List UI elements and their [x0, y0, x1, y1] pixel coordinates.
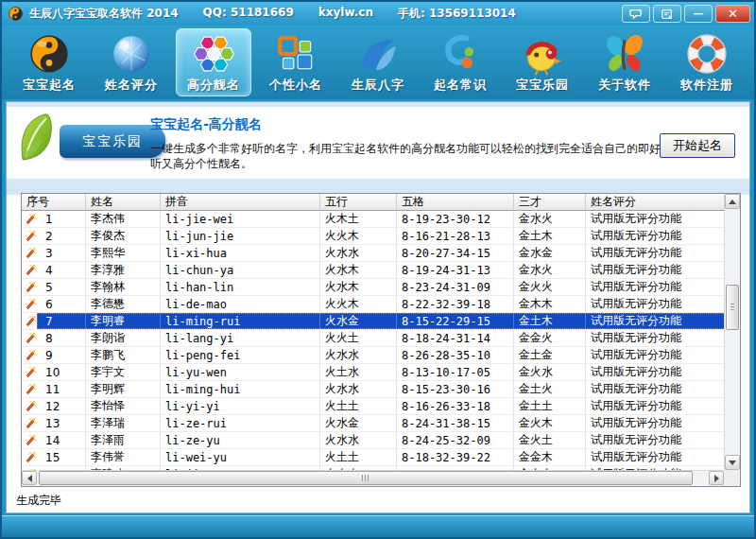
close-button[interactable]: ✕ [715, 5, 750, 23]
scroll-left-button[interactable] [22, 471, 37, 485]
table-row[interactable]: 14李泽雨li-ze-yu火水水8-24-25-32-09金火土试用版无评分功能 [22, 432, 724, 449]
vertical-scroll-track[interactable] [725, 209, 740, 455]
cell-wuge: 8-18-32-39-22 [397, 449, 514, 465]
cell-pinyin: li-yu-wen [161, 364, 320, 380]
cell-score: 试用版无评分功能 [586, 245, 726, 261]
cell-score: 试用版无评分功能 [586, 415, 726, 431]
app-title: 生辰八字宝宝取名软件 2014 [29, 6, 179, 22]
cell-wuxing: 火木土 [320, 211, 397, 227]
vertical-scroll-thumb[interactable] [726, 285, 739, 330]
app-logo: 宝宝乐园 [14, 109, 165, 175]
column-header-4[interactable]: 五行 [320, 194, 397, 211]
table-row[interactable]: 12李怡怿li-yi-yi火土土8-16-26-33-18金土土试用版无评分功能 [22, 398, 724, 415]
cell-score: 试用版无评分功能 [586, 330, 726, 346]
status-text: 生成完毕 [16, 493, 61, 509]
column-header-6[interactable]: 三才 [514, 194, 586, 211]
toolbar-item-qiming-changshi[interactable]: 起名常识 [422, 28, 498, 96]
cell-wuge: 8-19-23-30-12 [397, 211, 514, 227]
wand-icon [22, 211, 37, 227]
table-row[interactable]: 4李淳雅li-chun-ya火水木8-19-24-31-13金水火试用版无评分功… [22, 262, 724, 279]
row-main: 6李德懋li-de-mao火火木8-22-32-39-18金木木试用版无评分功能 [37, 296, 726, 312]
table-row[interactable]: 2李俊杰li-jun-jie火火木8-16-21-28-13金土木试用版无评分功… [22, 228, 724, 245]
row-main: 9李鹏飞li-peng-fei火水水8-26-28-35-10金土金试用版无评分… [37, 347, 726, 363]
cell-pinyin: li-chun-ya [161, 262, 320, 278]
horizontal-scroll-thumb[interactable] [39, 471, 693, 485]
cell-sancai: 金土金 [514, 347, 586, 363]
table-row[interactable]: 3李熙华li-xi-hua火水水8-20-27-34-15金水金试用版无评分功能 [22, 245, 724, 262]
minimize-button[interactable]: — [684, 5, 713, 23]
note-icon [661, 9, 674, 20]
column-header-3[interactable]: 拼音 [161, 194, 320, 211]
wand-icon [22, 228, 37, 244]
row-main: 12李怡怿li-yi-yi火土土8-16-26-33-18金土土试用版无评分功能 [37, 398, 726, 414]
toolbar-item-label: 起名常识 [434, 77, 487, 94]
row-main: 14李泽雨li-ze-yu火水水8-24-25-32-09金火土试用版无评分功能 [37, 432, 726, 448]
toolbar-item-baobao-qiming[interactable]: 宝宝起名 [11, 28, 87, 96]
feedback-button[interactable] [653, 5, 681, 23]
wand-icon [22, 347, 37, 363]
arrow-down-icon [729, 461, 736, 465]
swoosh-icon [356, 32, 400, 76]
toolbar-item-gaofen-liangming[interactable]: 高分靓名 [176, 28, 251, 96]
scroll-up-button[interactable] [725, 194, 740, 209]
horizontal-scroll-track[interactable] [37, 471, 709, 486]
toolbar-item-ruanjian-zhuce[interactable]: 软件注册 [669, 28, 745, 96]
cell-wuge: 8-15-23-30-16 [397, 381, 514, 397]
toolbar: 宝宝起名姓名评分高分靓名个性小名生辰八字起名常识宝宝乐园关于软件软件注册 [2, 26, 754, 99]
cell-num: 13 [37, 415, 86, 431]
table-row[interactable]: 11李明辉li-ming-hui火水水8-15-23-30-16金土火试用版无评… [22, 381, 724, 398]
arrow-left-icon [27, 475, 32, 482]
toolbar-item-guanyu-ruanjian[interactable]: 关于软件 [587, 28, 662, 96]
arrow-up-icon [729, 200, 736, 204]
cell-pinyin: li-jun-jie [161, 228, 320, 244]
table-row-selected[interactable]: 7李明睿li-ming-rui火水金8-15-22-29-15金土木试用版无评分… [22, 313, 724, 330]
cell-pinyin: li-peng-fei [161, 347, 320, 363]
table-row[interactable]: 8李朗诣li-lang-yi火火土8-18-24-31-14金金火试用版无评分功… [22, 330, 724, 347]
cell-sancai: 金水火 [514, 262, 586, 278]
table-row[interactable]: 10李宇文li-yu-wen火土水8-13-10-17-05金火水试用版无评分功… [22, 364, 724, 381]
chat-button[interactable] [622, 5, 650, 23]
toolbar-item-baobao-leyuan[interactable]: 宝宝乐园 [505, 28, 580, 96]
toolbar-item-label: 宝宝乐园 [516, 77, 569, 94]
column-header-1[interactable]: 序号 [22, 194, 86, 211]
scroll-right-button[interactable] [709, 471, 724, 485]
table-row[interactable]: 1李杰伟li-jie-wei火木土8-19-23-30-12金水火试用版无评分功… [22, 211, 724, 228]
cell-score: 试用版无评分功能 [586, 296, 726, 312]
cell-name: 李鹏飞 [86, 347, 161, 363]
row-main: 3李熙华li-xi-hua火水水8-20-27-34-15金水金试用版无评分功能 [37, 245, 726, 261]
row-main: 1李杰伟li-jie-wei火木土8-19-23-30-12金水火试用版无评分功… [37, 211, 726, 227]
toolbar-item-xingming-pingfen[interactable]: 姓名评分 [94, 28, 169, 96]
cell-score: 试用版无评分功能 [586, 313, 726, 329]
column-header-5[interactable]: 五格 [397, 194, 514, 211]
horizontal-scrollbar[interactable] [22, 470, 724, 486]
table-row[interactable]: 9李鹏飞li-peng-fei火水水8-26-28-35-10金土金试用版无评分… [22, 347, 724, 364]
cell-score: 试用版无评分功能 [586, 211, 726, 227]
cell-name: 李怡怿 [86, 398, 161, 414]
scrollbar-corner [724, 470, 740, 486]
table-row[interactable]: 5李翰林li-han-lin火水木8-23-24-31-09金火火试用版无评分功… [22, 279, 724, 296]
start-naming-button[interactable]: 开始起名 [660, 133, 735, 158]
scroll-down-button[interactable] [725, 455, 740, 470]
cell-score: 试用版无评分功能 [586, 432, 726, 448]
cell-name: 李德懋 [86, 296, 161, 312]
table-row[interactable]: 15李伟誉li-wei-yu火土土8-18-32-39-22金金木试用版无评分功… [22, 449, 724, 466]
vertical-scrollbar[interactable] [724, 194, 740, 470]
toolbar-item-label: 姓名评分 [105, 77, 158, 94]
toolbar-item-label: 软件注册 [680, 77, 733, 94]
app-qq: QQ: 51181669 [203, 6, 294, 22]
toolbar-item-gexing-xiaoming[interactable]: 个性小名 [258, 28, 334, 96]
table-row[interactable]: 13李泽瑞li-ze-rui火水金8-24-31-38-15金火木试用版无评分功… [22, 415, 724, 432]
cell-num: 15 [37, 449, 86, 465]
toolbar-item-shengchen-bazi[interactable]: 生辰八字 [340, 28, 416, 96]
hexflower-icon [192, 32, 235, 76]
cell-pinyin: li-han-lin [161, 279, 320, 295]
cell-pinyin: li-ze-yu [161, 432, 320, 448]
cell-sancai: 金土火 [514, 381, 586, 397]
cell-num: 8 [37, 330, 86, 346]
cell-wuge: 8-24-25-32-09 [397, 432, 514, 448]
column-header-7[interactable]: 姓名评分 [586, 194, 724, 211]
table-row[interactable]: 6李德懋li-de-mao火火木8-22-32-39-18金木木试用版无评分功能 [22, 296, 724, 313]
cell-pinyin: li-ze-rui [161, 415, 320, 431]
column-header-2[interactable]: 姓名 [86, 194, 161, 211]
cell-score: 试用版无评分功能 [586, 347, 726, 363]
